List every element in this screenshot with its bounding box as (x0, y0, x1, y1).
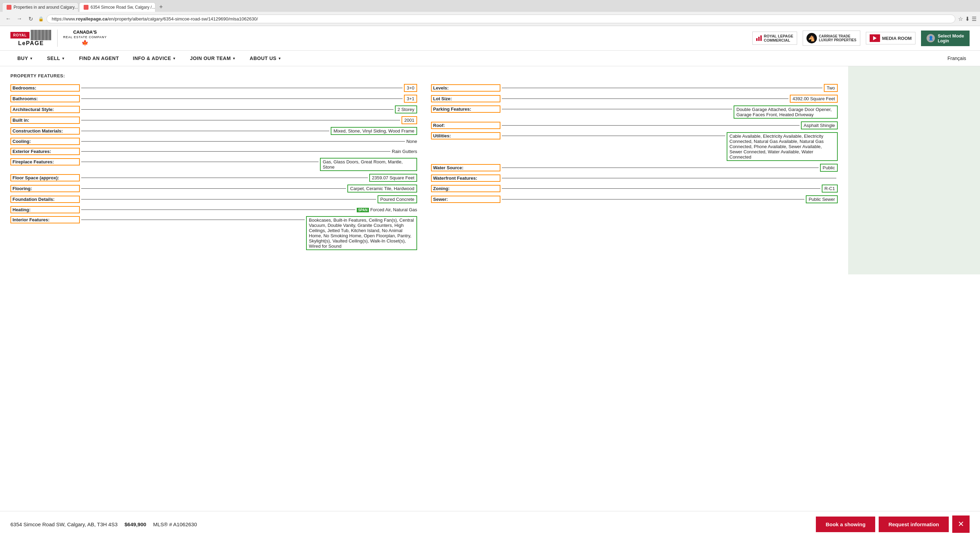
header-right: ROYAL LEPAGECOMMERCIAL 🐴 CARRIAGE TRADEL… (752, 30, 970, 46)
cooling-value: None (406, 139, 417, 144)
section-title: PROPERTY FEATURES: (10, 73, 838, 78)
bedrooms-value: 3+0 (404, 84, 417, 92)
feature-sewer: Sewer: Public Sewer (431, 195, 838, 203)
feature-arch-style: Architectural Style: 2 Storey (10, 105, 417, 113)
login-label: Login (938, 38, 964, 43)
logo-area: ROYAL LePAGE CANADA'S REAL ESTATE COMPAN… (10, 30, 107, 47)
select-mode-label: Select Mode (938, 33, 964, 38)
logo-barcode (31, 30, 52, 40)
built-in-label: Built in: (10, 116, 80, 124)
sewer-value: Public Sewer (806, 195, 838, 203)
interior-value: Bookcases, Built-in Features, Ceiling Fa… (306, 216, 417, 250)
bookmark-icon[interactable]: ☆ (958, 16, 963, 22)
address-bar: ← → ↻ 🔒 https://www.royallepage.ca/en/pr… (0, 12, 980, 25)
nav-buttons: ← → ↻ (3, 14, 35, 24)
feature-levels: Levels: Two (431, 84, 838, 92)
exterior-label: Exterior Features: (10, 148, 80, 155)
parking-label: Parking Features: (431, 105, 500, 113)
tab-bar: Properties in and around Calgary... ✕ 63… (0, 0, 980, 12)
water-source-value: Public (820, 164, 838, 172)
features-right: Levels: Two Lot Size: 4392.00 Square Fee… (431, 84, 838, 253)
nav-join-team[interactable]: JOIN OUR TEAM ▼ (183, 51, 243, 66)
arch-style-value: 2 Storey (395, 105, 417, 113)
browser-actions: ☆ ⬇ ☰ (958, 16, 977, 22)
browser-chrome: Properties in and around Calgary... ✕ 63… (0, 0, 980, 26)
interior-label: Interior Features: (10, 216, 80, 223)
url-input[interactable]: https://www.royallepage.ca/en/property/a… (46, 14, 955, 23)
construction-label: Construction Materials: (10, 127, 80, 135)
canada-logo: CANADA'S REAL ESTATE COMPANY 🍁 (63, 30, 107, 46)
download-icon[interactable]: ⬇ (965, 16, 970, 22)
heating-value: Forced Air, Natural Gas (370, 207, 417, 212)
built-in-value: 2001 (401, 116, 417, 124)
floor-space-value: 2359.07 Square Feet (369, 174, 417, 182)
feature-parking: Parking Features: Double Garage Attached… (431, 105, 838, 119)
foundation-label: Foundation Details: (10, 195, 80, 203)
media-logo[interactable]: MEDIA ROOM (866, 32, 915, 44)
zoning-label: Zoning: (431, 185, 500, 192)
refresh-button[interactable]: ↻ (26, 14, 35, 24)
feature-fireplace: Fireplace Features: Gas, Glass Doors, Gr… (10, 158, 417, 171)
select-mode-button[interactable]: 👤 Select Mode Login (921, 30, 970, 46)
new-tab-button[interactable]: + (156, 2, 166, 12)
property-section: PROPERTY FEATURES: Bedrooms: 3+0 Bathroo… (0, 66, 848, 275)
about-arrow: ▼ (278, 57, 282, 60)
features-left: Bedrooms: 3+0 Bathrooms: 3+1 Architectur… (10, 84, 417, 253)
feature-zoning: Zoning: R-C1 (431, 184, 838, 192)
feature-interior: Interior Features: Bookcases, Built-in F… (10, 216, 417, 250)
play-icon (873, 36, 877, 40)
flooring-value: Carpet, Ceramic Tile, Hardwood (347, 184, 417, 192)
menu-icon[interactable]: ☰ (972, 16, 977, 22)
features-container: Bedrooms: 3+0 Bathrooms: 3+1 Architectur… (10, 84, 838, 253)
feature-water-source: Water Source: Public (431, 164, 838, 172)
sell-arrow: ▼ (61, 57, 65, 60)
cooling-label: Cooling: (10, 138, 80, 145)
commercial-logo[interactable]: ROYAL LEPAGECOMMERCIAL (752, 32, 797, 45)
exterior-value: Rain Gutters (392, 149, 417, 154)
tab-1[interactable]: Properties in and around Calgary... ✕ (2, 2, 78, 12)
bathrooms-label: Bathrooms: (10, 95, 80, 102)
lock-icon: 🔒 (38, 16, 44, 22)
utilities-value: Cable Available, Electricity Available, … (727, 132, 838, 161)
feature-bathrooms: Bathrooms: 3+1 (10, 95, 417, 103)
feature-lot-size: Lot Size: 4392.00 Square Feet (431, 95, 838, 103)
info-arrow: ▼ (172, 57, 176, 60)
right-panel (848, 66, 980, 275)
levels-label: Levels: (431, 84, 500, 92)
carriage-logo[interactable]: 🐴 CARRIAGE TRADELUXURY PROPERTIES (803, 30, 860, 46)
floor-space-label: Floor Space (approx): (10, 174, 80, 181)
main-nav: BUY ▼ SELL ▼ FIND AN AGENT INFO & ADVICE… (0, 51, 980, 66)
main-content: PROPERTY FEATURES: Bedrooms: 3+0 Bathroo… (0, 66, 980, 275)
feature-construction: Construction Materials: Mixed, Stone, Vi… (10, 127, 417, 135)
tab-2[interactable]: 6354 Simcoe Road Sw, Calgary /... ✕ (79, 2, 156, 12)
feature-built-in: Built in: 2001 (10, 116, 417, 124)
feature-foundation: Foundation Details: Poured Concrete (10, 195, 417, 203)
heating-label: Heating: (10, 206, 80, 213)
nav-find-agent[interactable]: FIND AN AGENT (72, 51, 126, 66)
parking-value: Double Garage Attached, Garage Door Open… (733, 105, 838, 119)
nav-francais[interactable]: Français (944, 51, 970, 66)
feature-roof: Roof: Asphalt Shingle (431, 121, 838, 129)
construction-value: Mixed, Stone, Vinyl Siding, Wood Frame (331, 127, 417, 135)
foundation-value: Poured Concrete (377, 195, 417, 203)
fireplace-value: Gas, Glass Doors, Great Room, Mantle, St… (320, 158, 417, 171)
levels-value: Two (824, 84, 838, 92)
arch-style-label: Architectural Style: (10, 106, 80, 113)
nav-about-us[interactable]: ABOUT US ▼ (243, 51, 289, 66)
feature-bedrooms: Bedrooms: 3+0 (10, 84, 417, 92)
roof-label: Roof: (431, 122, 500, 129)
nav-info-advice[interactable]: INFO & ADVICE ▼ (126, 51, 183, 66)
feature-heating: Heating: SPAN Forced Air, Natural Gas (10, 206, 417, 213)
feature-floor-space: Floor Space (approx): 2359.07 Square Fee… (10, 174, 417, 182)
flooring-label: Flooring: (10, 185, 80, 192)
fireplace-label: Fireplace Features: (10, 158, 80, 165)
back-button[interactable]: ← (3, 14, 13, 24)
media-label: MEDIA ROOM (882, 36, 912, 41)
feature-utilities: Utilities: Cable Available, Electricity … (431, 132, 838, 161)
royal-lepage-logo[interactable]: ROYAL LePAGE (10, 30, 52, 46)
nav-sell[interactable]: SELL ▼ (40, 51, 72, 66)
forward-button[interactable]: → (14, 14, 24, 24)
utilities-label: Utilities: (431, 132, 500, 140)
lot-size-value: 4392.00 Square Feet (790, 95, 838, 103)
nav-buy[interactable]: BUY ▼ (10, 51, 40, 66)
